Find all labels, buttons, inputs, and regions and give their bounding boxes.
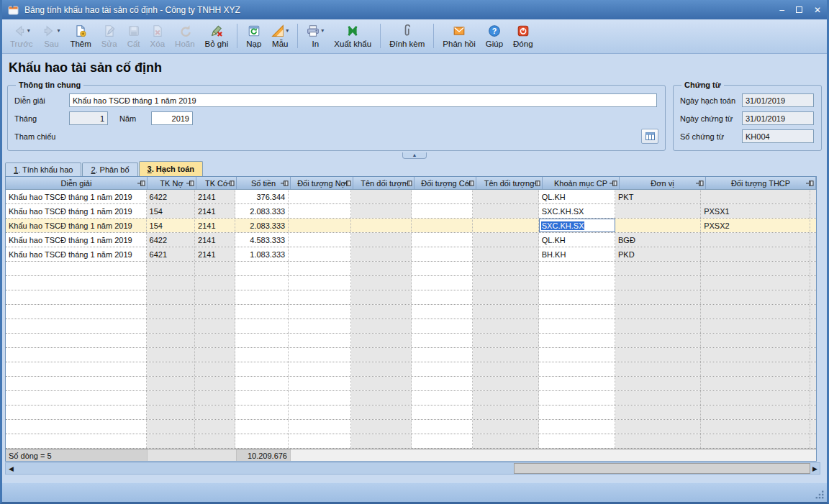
active-cell-editor[interactable]: SXC.KH.SX (539, 219, 615, 232)
empty-row[interactable] (6, 262, 816, 276)
table-cell[interactable] (473, 247, 538, 261)
close-icon[interactable]: ✕ (814, 6, 821, 14)
table-cell[interactable] (351, 262, 412, 275)
table-cell[interactable] (235, 276, 289, 290)
table-cell[interactable] (539, 348, 615, 362)
table-cell[interactable]: Khấu hao TSCĐ tháng 1 năm 2019 (6, 233, 147, 247)
thang-input[interactable]: 1 (69, 111, 108, 125)
pin-icon[interactable] (227, 180, 235, 186)
table-cell[interactable] (351, 233, 412, 247)
table-cell[interactable] (539, 305, 615, 319)
scroll-left-icon[interactable]: ◀ (9, 463, 14, 474)
table-cell[interactable] (615, 420, 701, 434)
toolbar-button-cat[interactable]: Cất (122, 21, 145, 51)
table-cell[interactable] (351, 434, 412, 448)
table-cell[interactable] (351, 305, 412, 319)
table-cell[interactable] (195, 377, 235, 390)
table-cell[interactable] (473, 434, 538, 448)
pin-icon[interactable] (610, 180, 617, 186)
table-cell[interactable] (539, 434, 615, 448)
pin-icon[interactable] (806, 180, 814, 186)
table-cell[interactable] (351, 290, 412, 304)
table-cell[interactable] (615, 319, 701, 333)
table-cell[interactable]: Khấu hao TSCĐ tháng 1 năm 2019 (6, 219, 147, 232)
table-row[interactable]: Khấu hao TSCĐ tháng 1 năm 201915421412.0… (6, 219, 816, 233)
pin-icon[interactable] (696, 180, 704, 186)
toolbar-button-dinh-kem[interactable]: Đính kèm (384, 21, 430, 51)
table-cell[interactable] (6, 362, 147, 376)
table-cell[interactable] (147, 262, 196, 275)
table-cell[interactable] (701, 348, 810, 362)
table-cell[interactable] (195, 362, 235, 376)
tab-phan-bo[interactable]: 2. Phân bổ (82, 162, 137, 176)
table-cell[interactable] (473, 204, 538, 218)
table-cell[interactable]: QL.KH (539, 190, 615, 203)
table-cell[interactable] (147, 420, 196, 434)
table-cell[interactable] (235, 290, 289, 304)
selected-text[interactable]: SXC.KH.SX (541, 221, 585, 230)
table-cell[interactable] (195, 334, 235, 347)
scrollbar-thumb[interactable] (514, 463, 810, 474)
table-cell[interactable] (473, 319, 538, 333)
table-cell[interactable] (701, 276, 810, 290)
table-cell[interactable]: PKD (615, 247, 701, 261)
table-cell[interactable] (351, 319, 412, 333)
nam-input[interactable]: 2019 (151, 111, 193, 125)
table-cell[interactable]: 2141 (195, 219, 235, 232)
table-cell[interactable] (147, 434, 196, 448)
table-cell[interactable]: 2141 (195, 247, 235, 261)
table-cell[interactable] (351, 204, 412, 218)
dropdown-arrow-icon[interactable]: ▾ (57, 28, 60, 34)
table-cell[interactable] (147, 290, 196, 304)
column-header[interactable]: Tên đối tượn (353, 177, 414, 189)
table-cell[interactable] (539, 262, 615, 275)
table-cell[interactable] (473, 391, 538, 405)
column-header[interactable]: Đối tượng Nợ (291, 177, 353, 189)
table-cell[interactable] (235, 406, 289, 419)
table-cell[interactable] (473, 420, 538, 434)
table-cell[interactable] (412, 434, 473, 448)
table-cell[interactable] (235, 319, 289, 333)
column-header[interactable]: Đối tượng THCP (706, 177, 816, 189)
table-cell[interactable] (147, 319, 196, 333)
table-cell[interactable] (615, 219, 701, 232)
table-cell[interactable] (412, 262, 473, 275)
table-cell[interactable] (235, 334, 289, 347)
table-cell[interactable] (615, 434, 701, 448)
column-header[interactable]: Số tiền (237, 177, 291, 189)
table-cell[interactable] (701, 420, 810, 434)
table-cell[interactable] (351, 391, 412, 405)
table-cell[interactable] (351, 377, 412, 390)
table-cell[interactable]: 6421 (147, 247, 196, 261)
table-cell[interactable] (235, 377, 289, 390)
table-cell[interactable] (147, 377, 196, 390)
table-cell[interactable] (195, 348, 235, 362)
horizontal-scrollbar[interactable]: ◀ ▶ (5, 462, 820, 475)
tham-chieu-lookup-button[interactable] (641, 129, 658, 144)
toolbar-button-dong[interactable]: Đóng (508, 21, 538, 51)
table-cell[interactable] (195, 391, 235, 405)
table-cell[interactable] (6, 276, 147, 290)
table-cell[interactable] (615, 276, 701, 290)
table-cell[interactable] (615, 348, 701, 362)
table-cell[interactable]: QL.KH (539, 233, 615, 247)
table-cell[interactable] (473, 219, 538, 232)
table-cell[interactable] (615, 391, 701, 405)
table-cell[interactable] (412, 204, 473, 218)
table-cell[interactable] (412, 319, 473, 333)
table-cell[interactable] (412, 362, 473, 376)
table-cell[interactable] (539, 391, 615, 405)
table-cell[interactable] (473, 334, 538, 347)
table-cell[interactable] (539, 362, 615, 376)
table-cell[interactable] (701, 334, 810, 347)
dropdown-arrow-icon[interactable]: ▾ (286, 28, 289, 34)
toolbar-button-truoc[interactable]: ▾ Trước (5, 21, 37, 51)
table-cell[interactable] (412, 377, 473, 390)
tab-tinh-khau-hao[interactable]: 1. Tính khấu hao (5, 162, 81, 176)
table-cell[interactable] (289, 219, 350, 232)
table-cell[interactable] (412, 290, 473, 304)
table-cell[interactable] (147, 276, 196, 290)
table-cell[interactable]: Khấu hao TSCĐ tháng 1 năm 2019 (6, 190, 147, 203)
table-cell[interactable]: BGĐ (615, 233, 701, 247)
table-cell[interactable] (289, 204, 350, 218)
